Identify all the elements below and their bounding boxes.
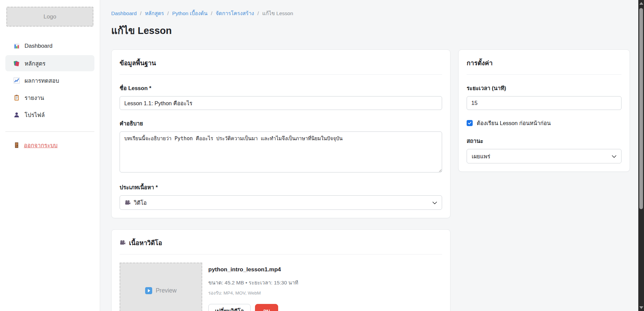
sidebar-item-test-results[interactable]: ผลการทดสอบ	[5, 72, 94, 88]
page-title: แก้ไข Lesson	[111, 24, 638, 37]
video-filename: python_intro_lesson1.mp4	[208, 266, 298, 273]
basic-info-card: ข้อมูลพื้นฐาน ชื่อ Lesson * คำอธิบาย บทเ…	[111, 49, 450, 218]
settings-card-title: การตั้งค่า	[467, 58, 621, 68]
video-supported-formats: รองรับ: MP4, MOV, WebM	[208, 289, 298, 297]
breadcrumb-current: แก้ไข Lesson	[262, 9, 293, 17]
breadcrumb-separator: /	[211, 10, 212, 16]
basic-info-card-title: ข้อมูลพื้นฐาน	[120, 58, 442, 68]
breadcrumb-separator: /	[257, 10, 259, 16]
chevron-down-icon	[432, 199, 437, 204]
main-content: Dashboard / หลักสูตร / Python เบื้องต้น …	[100, 0, 638, 311]
prerequisite-label: ต้องเรียน Lesson ก่อนหน้าก่อน	[477, 119, 551, 127]
status-label: สถานะ	[467, 137, 621, 145]
video-info: python_intro_lesson1.mp4 ขนาด: 45.2 MB •…	[208, 263, 298, 311]
sidebar-item-label: รายงาน	[25, 93, 44, 102]
card-divider	[467, 74, 621, 75]
sidebar-item-profile[interactable]: โปรไฟล์	[5, 107, 94, 123]
logout-label: ออกจากระบบ	[24, 141, 57, 150]
prerequisite-checkbox-row[interactable]: ต้องเรียน Lesson ก่อนหน้าก่อน	[467, 119, 621, 127]
logout-link[interactable]: ออกจากระบบ	[5, 141, 94, 150]
chart-increasing-icon	[13, 77, 20, 84]
scrollbar-thumb[interactable]	[639, 8, 643, 209]
person-icon	[13, 112, 20, 118]
scrollbar[interactable]	[638, 0, 644, 311]
scrollbar-up-arrow[interactable]	[639, 2, 643, 5]
video-preview-label: Preview	[156, 287, 176, 294]
clipboard-icon	[13, 94, 20, 101]
sidebar-nav: Dashboard หลักสูตร ผลการทดสอบ รายงาน โปร…	[0, 38, 100, 123]
breadcrumb-link-courses[interactable]: หลักสูตร	[145, 9, 164, 17]
books-icon	[13, 60, 20, 67]
logo-text: Logo	[44, 13, 56, 20]
content-type-select[interactable]: วิดีโอ	[120, 195, 442, 210]
lesson-name-label: ชื่อ Lesson *	[120, 84, 442, 92]
change-video-button[interactable]: เปลี่ยนวิดีโอ	[208, 304, 251, 311]
play-icon	[145, 287, 152, 294]
checkbox-checked-icon[interactable]	[467, 120, 473, 126]
delete-video-button[interactable]: ลบ	[255, 304, 278, 311]
sidebar-item-dashboard[interactable]: Dashboard	[5, 38, 94, 54]
content-type-value: วิดีโอ	[134, 198, 147, 207]
video-card-title-row: เนื้อหาวิดีโอ	[120, 238, 442, 248]
description-label: คำอธิบาย	[120, 119, 442, 128]
door-icon	[13, 142, 20, 148]
chevron-down-icon	[612, 153, 616, 158]
sidebar-item-label: โปรไฟล์	[25, 110, 45, 119]
settings-card: การตั้งค่า ระยะเวลา (นาที) ต้องเรียน Les…	[458, 49, 630, 172]
video-card-title: เนื้อหาวิดีโอ	[129, 238, 162, 248]
sidebar-item-reports[interactable]: รายงาน	[5, 89, 94, 106]
duration-input[interactable]	[467, 96, 621, 110]
movie-camera-icon	[125, 200, 131, 206]
status-value: เผยแพร่	[472, 152, 490, 161]
sidebar-item-label: Dashboard	[25, 43, 52, 49]
breadcrumb-link-dashboard[interactable]: Dashboard	[111, 10, 137, 16]
logo-placeholder: Logo	[6, 7, 93, 27]
movie-camera-icon	[120, 240, 126, 246]
card-divider	[120, 74, 442, 75]
bar-chart-icon	[13, 43, 20, 49]
video-content-card: เนื้อหาวิดีโอ Preview python_intro_lesso…	[111, 229, 450, 311]
breadcrumb-link-course-python[interactable]: Python เบื้องต้น	[172, 9, 207, 17]
status-select[interactable]: เผยแพร่	[467, 149, 621, 163]
breadcrumb-link-structure[interactable]: จัดการโครงสร้าง	[216, 9, 254, 17]
sidebar-item-label: ผลการทดสอบ	[25, 76, 59, 85]
sidebar-item-courses[interactable]: หลักสูตร	[5, 55, 94, 71]
video-meta: ขนาด: 45.2 MB • ระยะเวลา: 15:30 นาที	[208, 278, 298, 287]
scrollbar-down-arrow[interactable]	[639, 306, 643, 309]
duration-label: ระยะเวลา (นาที)	[467, 84, 621, 92]
sidebar-item-label: หลักสูตร	[25, 59, 45, 68]
video-preview[interactable]: Preview	[120, 263, 202, 311]
breadcrumb-separator: /	[140, 10, 141, 16]
content-type-label: ประเภทเนื้อหา *	[120, 183, 442, 192]
sidebar-divider	[5, 131, 94, 132]
lesson-name-input[interactable]	[120, 96, 442, 110]
card-divider	[120, 254, 442, 255]
breadcrumb-separator: /	[167, 10, 169, 16]
breadcrumb: Dashboard / หลักสูตร / Python เบื้องต้น …	[111, 9, 638, 17]
description-textarea[interactable]: บทเรียนนี้จะอธิบายว่า Python คืออะไร ประ…	[120, 131, 442, 172]
sidebar: Logo Dashboard หลักสูตร ผลการทดสอบ รายงา…	[0, 0, 100, 311]
